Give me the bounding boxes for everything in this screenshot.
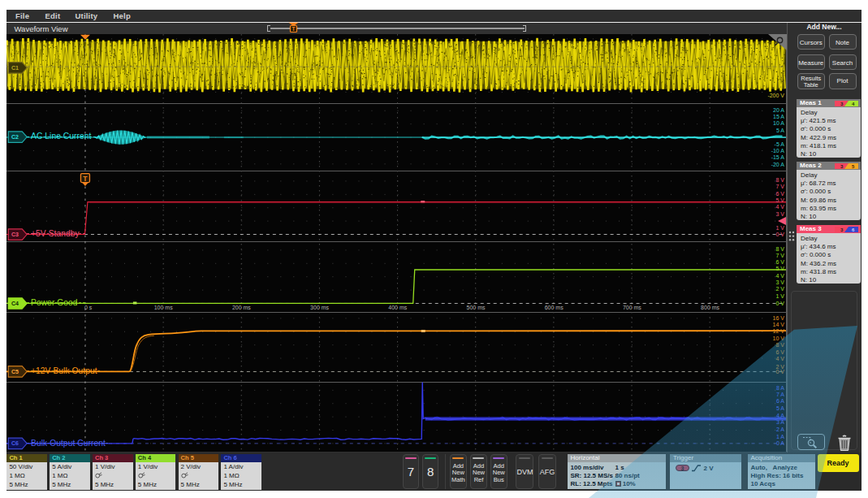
svg-text:T: T (292, 26, 296, 32)
svg-text:C6: C6 (11, 440, 19, 446)
svg-text:C3: C3 (11, 232, 19, 237)
svg-text:C4: C4 (11, 301, 19, 306)
svg-text:C5: C5 (11, 369, 19, 375)
svg-text:C1: C1 (11, 65, 19, 71)
svg-text:C2: C2 (11, 134, 19, 140)
svg-text:T: T (83, 174, 88, 182)
